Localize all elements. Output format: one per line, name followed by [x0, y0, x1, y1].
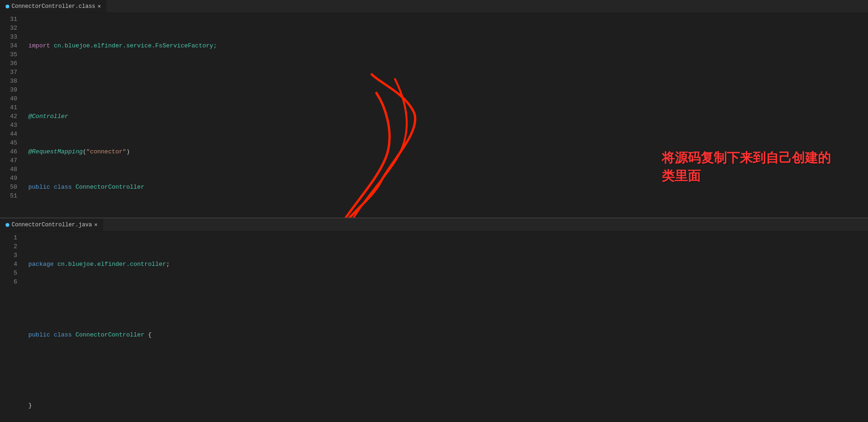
- ln-41: 41: [6, 103, 17, 112]
- ln-50: 50: [6, 183, 17, 191]
- ln-45: 45: [6, 138, 17, 147]
- ln-49: 49: [6, 174, 17, 183]
- lower-tab-label: ConnectorController.java: [12, 222, 92, 228]
- lower-tab-close[interactable]: ✕: [94, 221, 98, 228]
- ln-39: 39: [6, 86, 17, 94]
- ln-48: 48: [6, 165, 17, 174]
- code-line-31: import cn.bluejoe.elfinder.service.FsSer…: [26, 41, 868, 50]
- ln-43: 43: [6, 121, 17, 130]
- ln-31: 31: [6, 15, 17, 24]
- upper-tab-label: ConnectorController.class: [12, 3, 95, 10]
- lower-ln-2: 2: [6, 242, 17, 251]
- lower-code-line-2: [26, 295, 868, 304]
- code-line-34: @RequestMapping("connector"): [26, 147, 868, 156]
- ln-34: 34: [6, 41, 17, 50]
- lower-ln-1: 1: [6, 233, 17, 242]
- ln-36: 36: [6, 59, 17, 68]
- code-line-32: [26, 77, 868, 86]
- ln-38: 38: [6, 77, 17, 86]
- code-line-33: @Controller: [26, 112, 868, 121]
- lower-code-line-3: public class ConnectorController {: [26, 330, 868, 339]
- ln-35: 35: [6, 50, 17, 59]
- lower-editor-pane: ConnectorController.java ✕ 1 2 3 4 5 6 p…: [0, 218, 868, 422]
- lower-tab[interactable]: ConnectorController.java ✕: [0, 218, 103, 231]
- upper-line-numbers: 31 32 33 34 35 36 37 38 39 40 41 42 43 4…: [0, 13, 21, 218]
- file-indicator-dot: [6, 5, 9, 8]
- upper-tab[interactable]: ConnectorController.class ✕: [0, 0, 106, 13]
- upper-tab-close[interactable]: ✕: [98, 3, 101, 10]
- lower-ln-3: 3: [6, 251, 17, 260]
- upper-code-content: import cn.bluejoe.elfinder.service.FsSer…: [21, 13, 868, 218]
- lower-ln-6: 6: [6, 277, 17, 286]
- ln-51: 51: [6, 191, 17, 200]
- ln-42: 42: [6, 112, 17, 121]
- lower-code-line-5: }: [26, 401, 868, 410]
- ln-40: 40: [6, 94, 17, 103]
- lower-code-content: package cn.bluejoe.elfinder.controller; …: [21, 231, 868, 422]
- upper-editor-pane: ConnectorController.class ✕ 31 32 33 34 …: [0, 0, 868, 218]
- ln-46: 46: [6, 147, 17, 156]
- ln-44: 44: [6, 130, 17, 138]
- ln-47: 47: [6, 156, 17, 165]
- lower-tab-bar: ConnectorController.java ✕: [0, 218, 868, 231]
- lower-file-indicator-dot: [6, 223, 9, 227]
- code-line-35: public class ConnectorController: [26, 183, 868, 191]
- lower-ln-5: 5: [6, 269, 17, 277]
- ln-33: 33: [6, 33, 17, 41]
- lower-code-line-4: [26, 366, 868, 375]
- upper-tab-bar: ConnectorController.class ✕: [0, 0, 868, 13]
- main-window: ConnectorController.class ✕ 31 32 33 34 …: [0, 0, 868, 422]
- lower-line-numbers: 1 2 3 4 5 6: [0, 231, 21, 422]
- ln-37: 37: [6, 68, 17, 77]
- upper-code-container: 31 32 33 34 35 36 37 38 39 40 41 42 43 4…: [0, 13, 868, 218]
- ln-32: 32: [6, 24, 17, 33]
- lower-code-container: 1 2 3 4 5 6 package cn.bluejoe.elfinder.…: [0, 231, 868, 422]
- lower-code-line-1: package cn.bluejoe.elfinder.controller;: [26, 260, 868, 269]
- lower-ln-4: 4: [6, 260, 17, 269]
